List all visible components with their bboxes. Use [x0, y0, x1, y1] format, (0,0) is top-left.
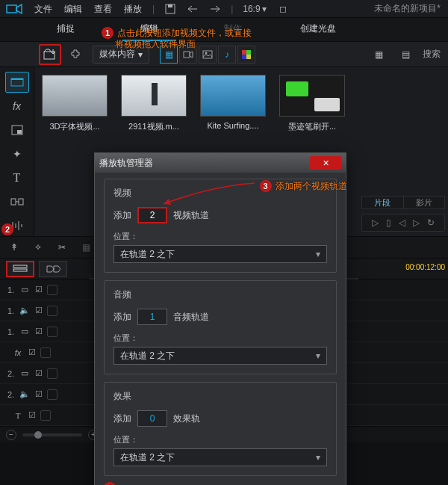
filter-video-icon[interactable]	[179, 46, 197, 64]
lock-icon[interactable]	[47, 306, 57, 316]
stop-icon[interactable]: ▯	[386, 217, 391, 228]
lock-icon[interactable]	[40, 347, 51, 358]
grid-view-icon[interactable]: ▦	[367, 44, 390, 65]
undo-icon[interactable]	[181, 0, 204, 19]
import-media-button[interactable]	[39, 44, 61, 65]
save-icon[interactable]	[159, 0, 181, 19]
svg-rect-10	[246, 50, 251, 55]
eye-icon[interactable]: ☑	[35, 306, 43, 315]
aspect-label: 16:9	[243, 4, 260, 14]
select-value: 在轨道 2 之下	[120, 248, 175, 261]
fx-track-count-input[interactable]: 0	[137, 410, 167, 427]
track-manager-dialog: 播放轨管理器 ✕ 3 添加两个视频轨道 视频 添加 2 视频轨道 位置： 在轨道…	[94, 152, 346, 485]
filter-color-icon[interactable]	[237, 46, 255, 64]
audio-track-count-input[interactable]: 1	[137, 309, 167, 325]
svg-point-8	[205, 52, 208, 54]
seg-clip[interactable]: 片段	[362, 197, 404, 208]
menu-play[interactable]: 播放	[118, 0, 148, 18]
fx-position-select[interactable]: 在轨道 2 之下 ▾	[113, 448, 327, 466]
room-sidebar: fx ✦ T	[0, 67, 34, 236]
audio-position-select[interactable]: 在轨道 2 之下 ▾	[113, 347, 327, 365]
chevron-down-icon: ▾	[316, 452, 320, 463]
position-label: 位置：	[113, 231, 327, 242]
tl-tool-cut-icon[interactable]: ✂	[54, 239, 70, 256]
preview-segmented: 片段 影片 ▷ ▯ ◁ ▷ ↻	[361, 196, 445, 232]
menu-bar: 文件 编辑 查看 播放 | | 16:9 ▾ ◻ 未命名的新项目*	[0, 0, 448, 18]
title-room-icon[interactable]: T	[5, 167, 29, 188]
video-track-icon: ▭	[19, 285, 31, 294]
video-position-select[interactable]: 在轨道 2 之下 ▾	[113, 245, 327, 263]
media-toolbar: 媒体内容 ▾ ▦ ♪ ▦ ▤ 搜索 1 点击此按钮添加视频文件，或直接 将视频拖…	[0, 42, 448, 67]
zoom-out-button[interactable]: −	[6, 430, 16, 440]
dialog-titlebar[interactable]: 播放轨管理器 ✕	[95, 153, 346, 173]
svg-rect-5	[184, 52, 190, 58]
tl-tool-magic-icon[interactable]: ✧	[30, 239, 46, 256]
media-caption: Kite Surfing....	[200, 121, 266, 130]
track-index: 2.	[7, 369, 14, 378]
loop-icon[interactable]: ↻	[427, 217, 435, 228]
tab-produce[interactable]: 制作	[206, 18, 260, 41]
track-index: 1.	[7, 327, 14, 336]
tab-create-disc[interactable]: 创建光盘	[282, 18, 354, 41]
next-frame-icon[interactable]: ▷	[413, 217, 420, 228]
select-value: 在轨道 2 之下	[120, 350, 175, 362]
settings-icon[interactable]: ◻	[272, 0, 294, 19]
menu-edit[interactable]: 编辑	[58, 0, 88, 18]
tab-edit[interactable]: 编辑	[122, 18, 176, 41]
video-track-icon: ▭	[19, 368, 31, 378]
lock-icon[interactable]	[47, 327, 57, 337]
seg-movie[interactable]: 影片	[404, 197, 445, 208]
svg-rect-19	[13, 265, 27, 268]
media-item[interactable]: 2911视频.m...	[121, 75, 187, 132]
media-item[interactable]: 3D字体视频...	[42, 75, 108, 132]
lock-icon[interactable]	[40, 410, 51, 421]
blank-track-icon: ▭	[19, 327, 31, 336]
storyboard-button[interactable]	[39, 261, 67, 277]
eye-icon[interactable]: ☑	[35, 389, 43, 399]
lock-icon[interactable]	[47, 368, 57, 379]
media-item[interactable]: Kite Surfing....	[200, 75, 266, 132]
fx-track-icon: fx	[12, 348, 24, 357]
lock-icon[interactable]	[47, 285, 57, 295]
filter-all-icon[interactable]: ▦	[160, 46, 178, 64]
media-filter-tabs: ▦ ♪	[160, 46, 255, 64]
aspect-dropdown[interactable]: 16:9 ▾	[237, 0, 271, 19]
tab-capture[interactable]: 捕捉	[39, 18, 93, 41]
filter-image-icon[interactable]	[199, 46, 217, 64]
fx-room-icon[interactable]: fx	[5, 96, 29, 117]
eye-icon[interactable]: ☑	[28, 347, 36, 357]
chevron-down-icon: ▾	[316, 249, 320, 259]
lock-icon[interactable]	[47, 389, 57, 400]
prev-frame-icon[interactable]: ◁	[399, 217, 405, 228]
tl-tool-select-icon[interactable]: ↟	[6, 239, 22, 256]
play-icon[interactable]: ▷	[372, 217, 379, 228]
eye-icon[interactable]: ☑	[35, 327, 43, 336]
svg-rect-11	[242, 55, 246, 59]
media-item[interactable]: 墨迹笔刷开...	[279, 75, 345, 132]
media-type-dropdown[interactable]: 媒体内容 ▾	[93, 46, 149, 64]
pip-room-icon[interactable]	[5, 120, 29, 140]
menu-view[interactable]: 查看	[88, 0, 118, 18]
video-track-count-input[interactable]: 2	[137, 207, 167, 223]
menu-file[interactable]: 文件	[28, 0, 58, 18]
media-caption: 2911视频.m...	[121, 121, 187, 132]
track-manager-button[interactable]	[6, 261, 34, 277]
svg-rect-9	[242, 50, 246, 55]
media-room-icon[interactable]	[5, 72, 29, 93]
zoom-slider[interactable]	[22, 433, 82, 436]
eye-icon[interactable]: ☑	[35, 285, 43, 294]
transition-room-icon[interactable]	[5, 191, 29, 212]
particle-room-icon[interactable]: ✦	[5, 143, 29, 164]
close-icon[interactable]: ✕	[310, 156, 341, 170]
grid-options-icon[interactable]: ▤	[394, 44, 417, 65]
svg-marker-6	[190, 52, 193, 58]
audio-room-icon[interactable]	[5, 215, 29, 236]
tl-tool-more-icon[interactable]: ▦	[78, 239, 94, 256]
search-label[interactable]: 搜索	[421, 48, 442, 61]
section-heading: 视频	[113, 187, 327, 200]
redo-icon[interactable]	[204, 0, 226, 19]
eye-icon[interactable]: ☑	[35, 368, 43, 378]
filter-audio-icon[interactable]: ♪	[218, 46, 236, 64]
eye-icon[interactable]: ☑	[28, 410, 36, 420]
plugins-button[interactable]	[64, 44, 87, 65]
